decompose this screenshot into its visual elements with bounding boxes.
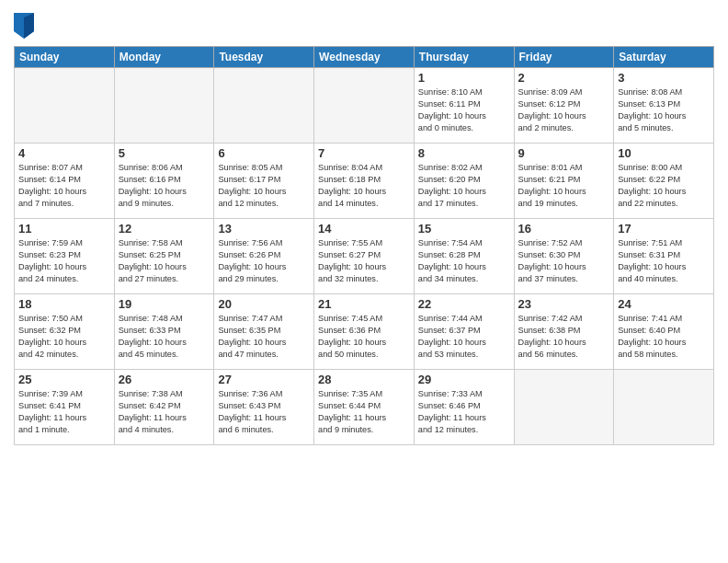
calendar-cell: 17Sunrise: 7:51 AM Sunset: 6:31 PM Dayli… [614,219,714,294]
day-info: Sunrise: 8:04 AM Sunset: 6:18 PM Dayligh… [318,162,410,210]
calendar-cell [214,68,314,144]
day-number: 4 [18,146,110,160]
day-info: Sunrise: 7:38 AM Sunset: 6:42 PM Dayligh… [119,388,210,436]
day-number: 6 [218,146,310,160]
day-number: 28 [318,373,410,386]
day-number: 2 [518,71,610,85]
calendar-week-row: 18Sunrise: 7:50 AM Sunset: 6:32 PM Dayli… [15,294,714,370]
calendar-cell: 6Sunrise: 8:05 AM Sunset: 6:17 PM Daylig… [214,144,314,219]
calendar-week-row: 4Sunrise: 8:07 AM Sunset: 6:14 PM Daylig… [15,144,714,219]
day-info: Sunrise: 7:36 AM Sunset: 6:43 PM Dayligh… [218,388,310,436]
calendar-cell [514,370,614,445]
day-number: 12 [119,222,210,236]
calendar-cell: 15Sunrise: 7:54 AM Sunset: 6:28 PM Dayli… [414,219,514,294]
day-info: Sunrise: 7:42 AM Sunset: 6:38 PM Dayligh… [518,313,610,361]
logo-icon [14,13,34,39]
day-info: Sunrise: 7:59 AM Sunset: 6:23 PM Dayligh… [18,237,110,285]
day-info: Sunrise: 8:10 AM Sunset: 6:11 PM Dayligh… [418,86,510,134]
calendar-cell: 29Sunrise: 7:33 AM Sunset: 6:46 PM Dayli… [414,370,514,445]
day-info: Sunrise: 8:02 AM Sunset: 6:20 PM Dayligh… [418,162,510,210]
calendar-cell: 16Sunrise: 7:52 AM Sunset: 6:30 PM Dayli… [514,219,614,294]
calendar-week-row: 11Sunrise: 7:59 AM Sunset: 6:23 PM Dayli… [15,219,714,294]
day-info: Sunrise: 7:56 AM Sunset: 6:26 PM Dayligh… [218,237,310,285]
day-info: Sunrise: 8:05 AM Sunset: 6:17 PM Dayligh… [218,162,310,210]
calendar-cell: 1Sunrise: 8:10 AM Sunset: 6:11 PM Daylig… [414,68,514,144]
calendar-cell: 18Sunrise: 7:50 AM Sunset: 6:32 PM Dayli… [15,294,115,370]
calendar-cell: 11Sunrise: 7:59 AM Sunset: 6:23 PM Dayli… [15,219,115,294]
calendar-cell: 20Sunrise: 7:47 AM Sunset: 6:35 PM Dayli… [214,294,314,370]
calendar-cell: 2Sunrise: 8:09 AM Sunset: 6:12 PM Daylig… [514,68,614,144]
calendar-week-row: 1Sunrise: 8:10 AM Sunset: 6:11 PM Daylig… [15,68,714,144]
day-info: Sunrise: 7:45 AM Sunset: 6:36 PM Dayligh… [318,313,410,361]
calendar-cell: 22Sunrise: 7:44 AM Sunset: 6:37 PM Dayli… [414,294,514,370]
calendar-cell: 13Sunrise: 7:56 AM Sunset: 6:26 PM Dayli… [214,219,314,294]
day-number: 19 [119,297,210,311]
logo [14,13,36,39]
day-info: Sunrise: 7:51 AM Sunset: 6:31 PM Dayligh… [618,237,710,285]
calendar-cell [614,370,714,445]
day-number: 9 [518,146,610,160]
calendar-cell: 27Sunrise: 7:36 AM Sunset: 6:43 PM Dayli… [214,370,314,445]
day-number: 14 [318,222,410,236]
day-number: 5 [119,146,210,160]
day-number: 7 [318,146,410,160]
day-number: 16 [518,222,610,236]
page: SundayMondayTuesdayWednesdayThursdayFrid… [0,0,728,563]
calendar-cell: 3Sunrise: 8:08 AM Sunset: 6:13 PM Daylig… [614,68,714,144]
day-info: Sunrise: 7:50 AM Sunset: 6:32 PM Dayligh… [18,313,110,361]
day-number: 8 [418,146,510,160]
day-info: Sunrise: 8:01 AM Sunset: 6:21 PM Dayligh… [518,162,610,210]
day-info: Sunrise: 8:08 AM Sunset: 6:13 PM Dayligh… [618,86,710,134]
calendar-cell: 14Sunrise: 7:55 AM Sunset: 6:27 PM Dayli… [314,219,415,294]
day-number: 20 [218,297,310,311]
day-number: 24 [618,297,710,311]
day-number: 29 [418,373,510,386]
calendar-cell: 24Sunrise: 7:41 AM Sunset: 6:40 PM Dayli… [614,294,714,370]
calendar-cell: 5Sunrise: 8:06 AM Sunset: 6:16 PM Daylig… [114,144,214,219]
day-info: Sunrise: 7:41 AM Sunset: 6:40 PM Dayligh… [618,313,710,361]
calendar-cell: 4Sunrise: 8:07 AM Sunset: 6:14 PM Daylig… [15,144,115,219]
day-info: Sunrise: 8:06 AM Sunset: 6:16 PM Dayligh… [119,162,210,210]
day-info: Sunrise: 8:00 AM Sunset: 6:22 PM Dayligh… [618,162,710,210]
calendar-cell: 25Sunrise: 7:39 AM Sunset: 6:41 PM Dayli… [15,370,115,445]
day-info: Sunrise: 7:58 AM Sunset: 6:25 PM Dayligh… [119,237,210,285]
calendar-cell: 28Sunrise: 7:35 AM Sunset: 6:44 PM Dayli… [314,370,415,445]
day-number: 23 [518,297,610,311]
calendar-cell: 10Sunrise: 8:00 AM Sunset: 6:22 PM Dayli… [614,144,714,219]
calendar-header-wednesday: Wednesday [314,47,415,68]
day-number: 3 [618,71,710,85]
day-number: 1 [418,71,510,85]
calendar-header-tuesday: Tuesday [214,47,314,68]
calendar-cell: 26Sunrise: 7:38 AM Sunset: 6:42 PM Dayli… [114,370,214,445]
calendar-cell: 21Sunrise: 7:45 AM Sunset: 6:36 PM Dayli… [314,294,415,370]
calendar-week-row: 25Sunrise: 7:39 AM Sunset: 6:41 PM Dayli… [15,370,714,445]
calendar-cell: 9Sunrise: 8:01 AM Sunset: 6:21 PM Daylig… [514,144,614,219]
day-number: 10 [618,146,710,160]
day-info: Sunrise: 8:07 AM Sunset: 6:14 PM Dayligh… [18,162,110,210]
calendar-header-sunday: Sunday [15,47,115,68]
calendar-cell: 12Sunrise: 7:58 AM Sunset: 6:25 PM Dayli… [114,219,214,294]
day-number: 11 [18,222,110,236]
calendar-header-row: SundayMondayTuesdayWednesdayThursdayFrid… [15,47,714,68]
calendar-header-monday: Monday [114,47,214,68]
day-number: 25 [18,373,110,386]
calendar-cell: 8Sunrise: 8:02 AM Sunset: 6:20 PM Daylig… [414,144,514,219]
day-info: Sunrise: 7:55 AM Sunset: 6:27 PM Dayligh… [318,237,410,285]
day-info: Sunrise: 7:54 AM Sunset: 6:28 PM Dayligh… [418,237,510,285]
calendar-cell: 23Sunrise: 7:42 AM Sunset: 6:38 PM Dayli… [514,294,614,370]
calendar-cell: 19Sunrise: 7:48 AM Sunset: 6:33 PM Dayli… [114,294,214,370]
day-number: 18 [18,297,110,311]
day-number: 22 [418,297,510,311]
day-number: 17 [618,222,710,236]
day-info: Sunrise: 7:47 AM Sunset: 6:35 PM Dayligh… [218,313,310,361]
calendar-table: SundayMondayTuesdayWednesdayThursdayFrid… [14,46,714,445]
day-number: 26 [119,373,210,386]
day-info: Sunrise: 7:44 AM Sunset: 6:37 PM Dayligh… [418,313,510,361]
day-number: 13 [218,222,310,236]
day-number: 27 [218,373,310,386]
day-info: Sunrise: 7:52 AM Sunset: 6:30 PM Dayligh… [518,237,610,285]
calendar-header-thursday: Thursday [414,47,514,68]
day-number: 21 [318,297,410,311]
calendar-cell [15,68,115,144]
calendar-cell [114,68,214,144]
